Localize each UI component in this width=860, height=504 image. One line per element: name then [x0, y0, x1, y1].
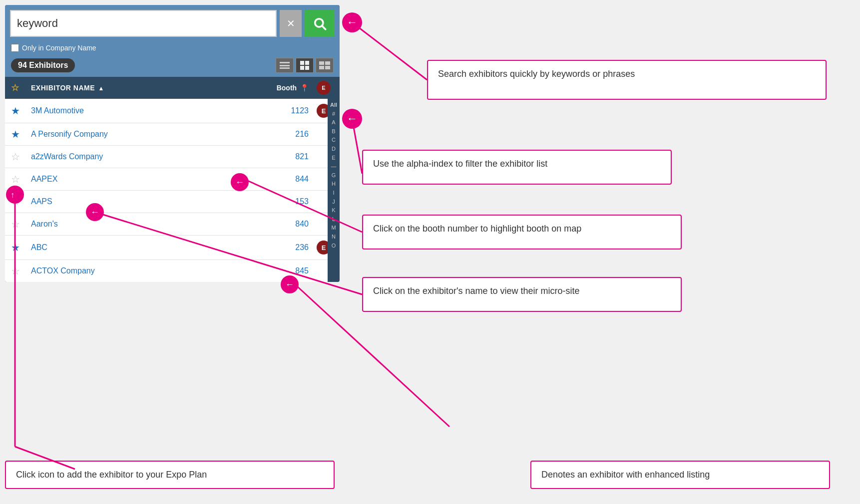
card-view-button[interactable]	[316, 58, 334, 73]
table-row: ☆ACTOX Company845	[5, 260, 340, 282]
svg-rect-11	[319, 66, 324, 69]
booth-number[interactable]: 845	[259, 266, 309, 275]
booth-number[interactable]: 840	[259, 220, 309, 229]
company-name-checkbox[interactable]	[11, 44, 19, 52]
exhibitor-name[interactable]: AAPS	[31, 197, 254, 206]
grid-view-button[interactable]	[296, 58, 314, 73]
svg-rect-7	[300, 66, 304, 70]
exhibitor-count-badge: 94 Exhibitors	[11, 58, 75, 72]
table-row: ☆a2zWards Company821	[5, 146, 340, 168]
search-input[interactable]	[10, 10, 277, 37]
alpha-index-sidebar[interactable]: All#ABCDE—GHIJKLMNO	[328, 99, 340, 282]
svg-rect-10	[325, 61, 330, 65]
company-name-label: Only in Company Name	[22, 44, 96, 52]
alpha-letter[interactable]: L	[332, 215, 335, 224]
booth-number[interactable]: 1123	[259, 106, 309, 115]
favorite-star[interactable]: ☆	[11, 218, 26, 230]
filter-row: Only in Company Name	[5, 42, 340, 55]
list-view-button[interactable]	[276, 58, 294, 73]
booth-tip-text: Click on the booth number to highlight b…	[373, 224, 581, 234]
name-tooltip: Click on the exhibitor's name to view th…	[362, 277, 682, 312]
alpha-letter[interactable]: N	[332, 233, 336, 242]
favorite-star[interactable]: ★	[11, 128, 26, 140]
alpha-letter[interactable]: —	[331, 162, 337, 171]
favorite-star[interactable]: ☆	[11, 151, 26, 163]
company-name-filter[interactable]: Only in Company Name	[11, 44, 96, 52]
svg-rect-9	[319, 61, 324, 65]
arrow-left-icon: ←	[347, 16, 358, 29]
exhibitor-name-header: EXHIBITOR NAME	[31, 84, 95, 92]
favorite-star[interactable]: ☆	[11, 265, 26, 277]
expo-plan-tooltip: Click icon to add the exhibitor to your …	[5, 461, 335, 489]
exhibitor-name[interactable]: a2zWards Company	[31, 152, 254, 161]
favorite-star[interactable]: ★	[11, 242, 26, 253]
sort-arrow-icon: ▲	[98, 85, 104, 92]
expo-plan-tip-text: Click icon to add the exhibitor to your …	[16, 470, 207, 480]
booth-number[interactable]: 236	[259, 243, 309, 252]
alpha-letter[interactable]: H	[332, 180, 336, 189]
header-badge: E	[317, 81, 331, 95]
name-tip-text: Click on the exhibitor's name to view th…	[373, 286, 580, 296]
exhibitor-name[interactable]: A Personify Company	[31, 130, 254, 139]
arrow-left-icon-2: ←	[347, 112, 358, 125]
enhanced-tip-text: Denotes an exhibitor with enhanced listi…	[541, 470, 710, 480]
svg-rect-12	[325, 66, 330, 69]
booth-tooltip: Click on the booth number to highlight b…	[362, 215, 682, 250]
location-pin-icon: 📍	[300, 84, 309, 92]
alpha-letter[interactable]: I	[333, 189, 334, 198]
alpha-letter[interactable]: B	[332, 127, 335, 136]
card-view-icon	[319, 61, 330, 70]
booth-number[interactable]: 216	[259, 130, 309, 139]
exhibitor-name[interactable]: AAPEX	[31, 175, 254, 184]
svg-rect-4	[280, 67, 290, 69]
alpha-letter[interactable]: C	[332, 136, 336, 145]
alpha-letter[interactable]: K	[332, 206, 335, 215]
table-row: ★A Personify Company216	[5, 123, 340, 146]
th-exhibitor-name[interactable]: EXHIBITOR NAME ▲	[31, 84, 254, 92]
exhibitor-panel: ✕ Only in Company Name 94 Exhibitors	[5, 5, 340, 282]
exhibitor-name[interactable]: 3M Automotive	[31, 106, 254, 115]
clear-button[interactable]: ✕	[280, 10, 302, 37]
exhibitor-name[interactable]: Aaron's	[31, 220, 254, 229]
booth-number[interactable]: 844	[259, 175, 309, 184]
view-toggles	[276, 58, 334, 73]
alpha-letter[interactable]: A	[332, 118, 335, 127]
favorite-star[interactable]: ☆	[11, 196, 26, 208]
clear-icon: ✕	[287, 17, 295, 29]
search-button[interactable]	[305, 10, 335, 37]
alpha-tooltip: Use the alpha-index to filter the exhibi…	[362, 150, 672, 185]
booth-number[interactable]: 821	[259, 152, 309, 161]
th-booth[interactable]: Booth 📍	[259, 84, 309, 92]
table-row: ★3M Automotive1123E	[5, 99, 340, 123]
th-badge: E	[314, 81, 334, 95]
list-container: ★3M Automotive1123E★A Personify Company2…	[5, 99, 340, 282]
arrow-search: ←	[342, 12, 362, 32]
search-tip-text: Search exhibitors quickly by keywords or…	[438, 69, 635, 79]
alpha-letter[interactable]: #	[332, 110, 335, 119]
favorite-star[interactable]: ☆	[11, 173, 26, 185]
svg-line-1	[322, 26, 325, 29]
list-view-icon	[280, 61, 290, 69]
alpha-letter[interactable]: D	[332, 145, 336, 154]
header-star-icon: ☆	[11, 83, 19, 93]
svg-rect-2	[280, 62, 290, 63]
favorite-star[interactable]: ★	[11, 105, 26, 117]
exhibitor-name[interactable]: ABC	[31, 243, 254, 252]
alpha-tip-text: Use the alpha-index to filter the exhibi…	[373, 159, 547, 169]
exhibitor-name[interactable]: ACTOX Company	[31, 266, 254, 275]
svg-rect-5	[300, 61, 304, 65]
alpha-letter[interactable]: O	[332, 242, 336, 251]
alpha-letter[interactable]: G	[332, 171, 336, 180]
arrow-alpha: ←	[342, 109, 362, 129]
table-header: ☆ EXHIBITOR NAME ▲ Booth 📍 E	[5, 77, 340, 99]
alpha-letter[interactable]: E	[332, 154, 335, 163]
booth-number[interactable]: 153	[259, 197, 309, 206]
grid-view-icon	[300, 60, 310, 70]
th-favorite: ☆	[11, 82, 26, 93]
alpha-letter[interactable]: All	[330, 101, 337, 110]
search-area: ✕	[5, 5, 340, 42]
filter-left: Only in Company Name	[11, 44, 96, 52]
alpha-letter[interactable]: M	[331, 224, 336, 233]
alpha-letter[interactable]: J	[332, 198, 335, 207]
booth-header: Booth	[277, 84, 297, 92]
